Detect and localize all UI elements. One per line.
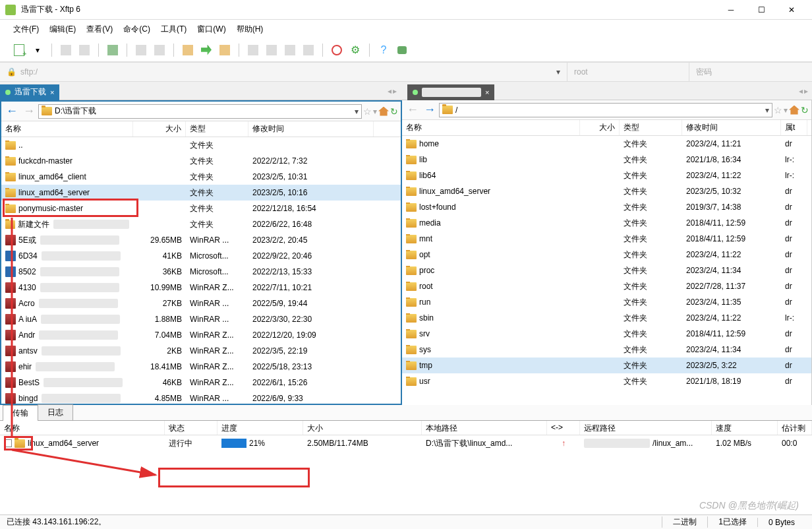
menu-file[interactable]: 文件(F) — [13, 24, 39, 35]
pause-button[interactable] — [283, 43, 297, 57]
file-row[interactable]: ehir18.41MBWinRAR Z...2022/5/18, 23:13 — [1, 359, 401, 375]
file-row[interactable]: lost+found文件夹2019/3/7, 14:38dr — [402, 199, 811, 215]
menu-help[interactable]: 帮助(H) — [237, 24, 264, 35]
th-local[interactable]: 本地路径 — [422, 421, 547, 435]
th-est[interactable]: 估计剩 — [778, 421, 812, 435]
file-row[interactable]: A iuA1.88MBWinRAR ...2022/3/30, 22:30 — [1, 311, 401, 327]
file-row[interactable]: run文件夹2023/2/4, 11:35dr — [402, 294, 811, 310]
th-progress[interactable]: 进度 — [218, 421, 303, 435]
file-row[interactable]: home文件夹2023/2/4, 11:21dr — [402, 136, 811, 152]
close-tab-button[interactable]: × — [50, 88, 54, 96]
address-input[interactable]: 🔒 sftp:/ ▾ — [0, 63, 567, 81]
newfolder-button[interactable] — [218, 43, 232, 57]
compare-button[interactable] — [246, 43, 260, 57]
new-session-button[interactable] — [12, 43, 26, 57]
file-row[interactable]: linux_amd64_server文件夹2023/2/5, 10:32dr — [402, 183, 811, 199]
local-path-input[interactable]: D:\迅雷下载 ▾ — [38, 104, 362, 119]
th-name[interactable]: 名称 — [0, 421, 165, 435]
file-row[interactable]: ..文件夹 — [1, 137, 401, 153]
file-row[interactable]: fuckcdn-master文件夹2022/2/12, 7:32 — [1, 153, 401, 169]
refresh-button[interactable] — [152, 43, 167, 57]
file-row[interactable]: ponymusic-master文件夹2022/12/18, 16:54 — [1, 201, 401, 216]
bookmark-button[interactable]: ☆ — [363, 106, 372, 117]
upload-button[interactable] — [181, 43, 195, 57]
sessions-button[interactable] — [59, 43, 73, 57]
file-row[interactable]: 6D3441KBMicrosoft...2022/9/22, 20:46 — [1, 248, 401, 264]
target-button[interactable] — [330, 43, 344, 57]
connect-button[interactable] — [77, 43, 92, 57]
path-dropdown[interactable]: ▾ — [765, 106, 769, 115]
file-row[interactable]: BestS46KBWinRAR Z...2022/6/1, 15:26 — [1, 375, 401, 390]
help-button[interactable]: ? — [376, 43, 391, 57]
file-row[interactable]: 新建文件文件夹2022/6/22, 16:48 — [1, 216, 401, 232]
file-row[interactable]: proc文件夹2023/2/4, 11:34dr — [402, 263, 811, 278]
file-row[interactable]: tmp文件夹2023/2/5, 3:22dr — [402, 358, 811, 373]
file-row[interactable]: lib文件夹2021/1/8, 16:34lr-: — [402, 152, 811, 168]
header-date[interactable]: 修改时间 — [248, 121, 374, 137]
settings-button[interactable]: ⚙ — [348, 43, 362, 57]
th-remote[interactable]: 远程路径 — [580, 421, 712, 435]
menu-view[interactable]: 查看(V) — [86, 24, 113, 35]
tab-next[interactable]: ▸ — [393, 86, 397, 96]
bookmark-dropdown[interactable]: ▾ — [373, 107, 377, 116]
file-row[interactable]: 850236KBMicrosoft...2022/2/13, 15:33 — [1, 264, 401, 280]
maximize-button[interactable]: ☐ — [746, 0, 776, 20]
th-arrow[interactable]: <-> — [547, 421, 580, 435]
header-size[interactable]: 大小 — [133, 121, 186, 137]
file-row[interactable]: media文件夹2018/4/11, 12:59dr — [402, 215, 811, 231]
back-button[interactable]: ← — [4, 104, 20, 119]
file-row[interactable]: sys文件夹2023/2/4, 11:34dr — [402, 342, 811, 358]
toolbar-dropdown[interactable]: ▾ — [30, 43, 45, 57]
file-row[interactable]: opt文件夹2023/2/4, 11:22dr — [402, 247, 811, 263]
file-row[interactable]: bingd4.85MBWinRAR ...2022/6/9, 9:33 — [1, 390, 401, 404]
sync-button[interactable] — [105, 43, 120, 57]
header-attr[interactable]: 属t — [781, 120, 807, 135]
file-row[interactable]: linux_amd64_server文件夹2023/2/5, 10:16 — [1, 185, 401, 201]
header-name[interactable]: 名称 — [402, 120, 580, 135]
file-row[interactable]: srv文件夹2018/4/11, 12:59dr — [402, 326, 811, 342]
file-row[interactable]: Andr7.04MBWinRAR Z...2022/12/20, 19:09 — [1, 327, 401, 343]
download-button[interactable] — [199, 43, 214, 57]
tab-prev[interactable]: ◂ — [388, 86, 392, 96]
file-row[interactable]: sbin文件夹2023/2/4, 11:22lr-: — [402, 310, 811, 326]
minimize-button[interactable]: ─ — [716, 0, 746, 20]
menu-cmd[interactable]: 命令(C) — [123, 24, 150, 35]
feedback-button[interactable] — [395, 43, 409, 57]
remote-file-list[interactable]: home文件夹2023/2/4, 11:21drlib文件夹2021/1/8, … — [402, 136, 811, 405]
header-type[interactable]: 类型 — [186, 121, 248, 137]
forward-button[interactable]: → — [21, 104, 37, 119]
tab-remote[interactable]: × — [407, 84, 494, 100]
header-date[interactable]: 修改时间 — [682, 120, 781, 135]
remote-path-input[interactable]: / ▾ — [439, 103, 772, 117]
password-input[interactable]: 密码 — [689, 63, 812, 81]
file-row[interactable]: lib64文件夹2023/2/4, 11:22lr-: — [402, 168, 811, 183]
tab-prev[interactable]: ◂ — [799, 86, 803, 96]
file-row[interactable]: antsv2KBWinRAR Z...2022/3/5, 22:19 — [1, 343, 401, 359]
close-button[interactable]: ✕ — [776, 0, 807, 20]
file-row[interactable]: linux_amd64_client文件夹2023/2/5, 10:31 — [1, 169, 401, 185]
tab-transfer[interactable]: 传输 — [3, 405, 38, 421]
th-size[interactable]: 大小 — [303, 421, 422, 435]
bookmark-dropdown[interactable]: ▾ — [784, 106, 788, 115]
file-row[interactable]: 413010.99MBWinRAR Z...2022/7/11, 10:21 — [1, 280, 401, 296]
bookmark-button[interactable]: ☆ — [774, 105, 782, 115]
menu-tool[interactable]: 工具(T) — [161, 24, 187, 35]
header-type[interactable]: 类型 — [620, 120, 682, 135]
stop-button[interactable] — [301, 43, 316, 57]
refresh-button[interactable]: ↻ — [390, 106, 398, 117]
close-tab-button[interactable]: × — [485, 88, 489, 96]
file-row[interactable]: Acro27KBWinRAR ...2022/5/9, 19:44 — [1, 296, 401, 311]
menu-window[interactable]: 窗口(W) — [197, 24, 225, 35]
menu-edit[interactable]: 编辑(E) — [49, 24, 76, 35]
transfer-row[interactable]: linux_amd64_server 进行中 21% 2.50MB/11.74M… — [0, 435, 812, 451]
path-dropdown[interactable]: ▾ — [355, 107, 359, 116]
forward-button[interactable]: → — [422, 102, 438, 118]
th-speed[interactable]: 速度 — [712, 421, 778, 435]
home-button[interactable] — [789, 106, 799, 115]
back-button[interactable]: ← — [405, 102, 420, 118]
file-row[interactable]: mnt文件夹2018/4/11, 12:59dr — [402, 231, 811, 247]
file-row[interactable]: 5E或29.65MBWinRAR ...2023/2/2, 20:45 — [1, 232, 401, 248]
options-button[interactable] — [264, 43, 279, 57]
view-button[interactable] — [134, 43, 148, 57]
refresh-button[interactable]: ↻ — [801, 105, 809, 115]
